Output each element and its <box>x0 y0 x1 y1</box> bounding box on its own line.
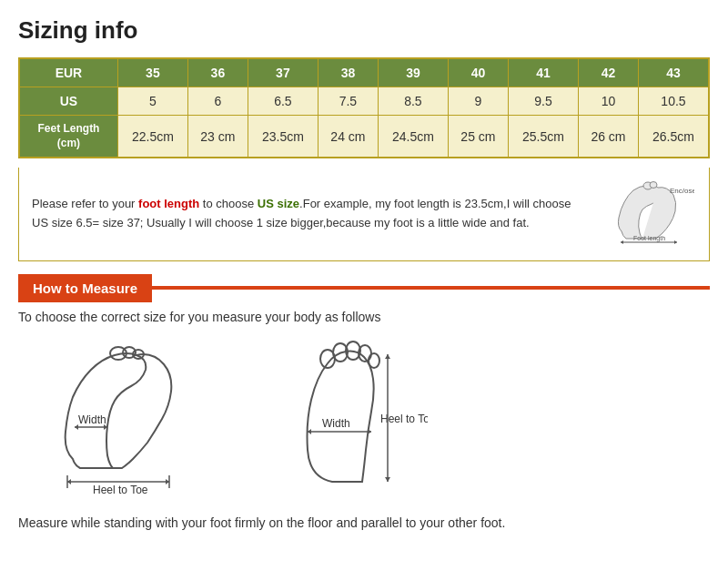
us-6: 6 <box>187 87 248 116</box>
size-36: 36 <box>187 59 248 87</box>
svg-text:Width: Width <box>78 413 106 426</box>
feet-25: 25 cm <box>448 116 508 158</box>
us-9: 9 <box>448 87 508 116</box>
how-to-line <box>152 286 710 290</box>
feet-255: 25.5cm <box>508 116 578 158</box>
foot-diagram-small: Enc/ose Foot length <box>605 177 696 251</box>
foot-side-view: Width Heel to Toe <box>46 341 228 499</box>
sizing-table: EUR 35 36 37 38 39 40 41 42 43 US 5 6 6.… <box>19 58 709 158</box>
foot-side-svg: Width Heel to Toe <box>46 341 228 495</box>
foot-small-svg: Enc/ose Foot length <box>608 177 694 245</box>
svg-text:Enc/ose: Enc/ose <box>670 187 694 195</box>
feet-23: 23 cm <box>187 116 248 158</box>
us-75: 7.5 <box>318 87 378 116</box>
foot-top-view: Width Heel to Toe <box>282 341 428 499</box>
size-43: 43 <box>638 59 708 87</box>
us-65: 6.5 <box>248 87 318 116</box>
svg-marker-31 <box>385 354 390 359</box>
foot-top-svg: Width Heel to Toe <box>282 341 428 495</box>
us-85: 8.5 <box>378 87 448 116</box>
how-to-banner: How to Measure <box>18 274 710 302</box>
feet-label: Feet Length(cm) <box>20 116 118 158</box>
us-5: 5 <box>117 87 187 116</box>
note-highlight1: foot length <box>138 197 199 210</box>
instruction-text: To choose the correct size for you measu… <box>18 310 710 324</box>
feet-265: 26.5cm <box>638 116 708 158</box>
page-title: Sizing info <box>18 16 710 45</box>
svg-text:Foot length: Foot length <box>633 235 665 242</box>
foot-illustrations: Width Heel to Toe Width <box>46 341 710 499</box>
eur-header: EUR <box>20 59 118 87</box>
note-before1: Please refer to your <box>32 197 138 210</box>
feet-225: 22.5cm <box>117 116 187 158</box>
us-row: US 5 6 6.5 7.5 8.5 9 9.5 10 10.5 <box>20 87 709 116</box>
feet-26: 26 cm <box>578 116 638 158</box>
size-41: 41 <box>508 59 578 87</box>
how-to-label: How to Measure <box>18 274 152 302</box>
us-10: 10 <box>578 87 638 116</box>
svg-point-24 <box>369 353 379 368</box>
note-box: Please refer to your foot length to choo… <box>18 168 710 261</box>
table-header-row: EUR 35 36 37 38 39 40 41 42 43 <box>20 59 709 87</box>
sizing-table-wrapper: EUR 35 36 37 38 39 40 41 42 43 US 5 6 6.… <box>18 57 710 158</box>
note-before2: to choose <box>199 197 258 210</box>
svg-marker-27 <box>368 429 371 434</box>
size-38: 38 <box>318 59 378 87</box>
size-40: 40 <box>448 59 508 87</box>
svg-marker-32 <box>385 477 390 482</box>
feet-row: Feet Length(cm) 22.5cm 23 cm 23.5cm 24 c… <box>20 116 709 158</box>
size-39: 39 <box>378 59 448 87</box>
us-95: 9.5 <box>508 87 578 116</box>
svg-text:Width: Width <box>322 417 350 430</box>
size-42: 42 <box>578 59 638 87</box>
size-37: 37 <box>248 59 318 87</box>
feet-245: 24.5cm <box>378 116 448 158</box>
svg-marker-5 <box>674 240 677 244</box>
feet-235: 23.5cm <box>248 116 318 158</box>
svg-point-1 <box>650 182 657 189</box>
feet-24: 24 cm <box>318 116 378 158</box>
svg-text:Heel to Toe: Heel to Toe <box>93 484 148 495</box>
bottom-instruction: Measure while standing with your foot fi… <box>18 515 710 530</box>
size-35: 35 <box>117 59 187 87</box>
us-105: 10.5 <box>638 87 708 116</box>
note-highlight2: US size <box>258 197 299 210</box>
note-text: Please refer to your foot length to choo… <box>32 195 591 233</box>
us-label: US <box>20 87 118 116</box>
svg-marker-4 <box>621 240 623 244</box>
